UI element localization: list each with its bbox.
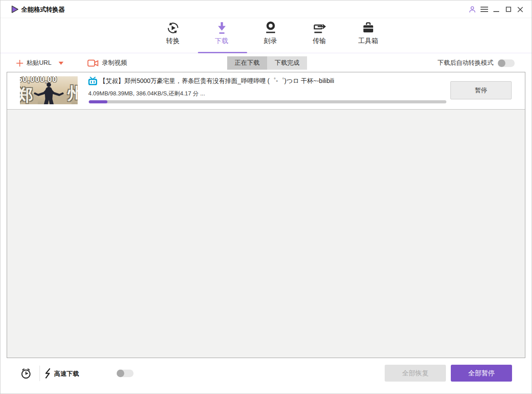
download-progress-bar — [89, 100, 446, 103]
pause-all-button[interactable]: 全部暂停 — [451, 365, 512, 382]
download-title: 【艾叔】郑州5000万豪宅里，养条巨贵有没有排面_哔哩哔哩 (゜-゜)つロ 干杯… — [99, 77, 445, 85]
video-thumbnail: 50,000,00 郑 州 — [20, 76, 78, 104]
download-filter-tabs: 正在下载 下载完成 — [227, 56, 307, 70]
maximize-button[interactable] — [504, 6, 512, 13]
toggle-knob — [498, 59, 505, 67]
tab-transfer-label: 传输 — [313, 37, 326, 45]
footer-divider — [39, 366, 40, 381]
tab-download-label: 下载 — [215, 37, 229, 45]
download-list: 50,000,00 郑 州 【艾叔】郑州5000万豪宅里，养条巨贵有没有排面_哔… — [7, 72, 525, 358]
menu-icon[interactable] — [481, 6, 488, 13]
nav-tab-list: 转换 下载 刻录 — [158, 20, 383, 45]
tab-toolbox[interactable]: 工具箱 — [354, 20, 383, 45]
record-video-label: 录制视频 — [102, 59, 127, 67]
plus-icon — [16, 60, 23, 67]
thumbnail-char-left: 郑 — [20, 84, 33, 104]
high-speed-download-label: 高速下载 — [54, 370, 79, 378]
record-video-button[interactable]: 录制视频 — [87, 54, 127, 72]
footer-bar: 高速下载 全部恢复 全部暂停 — [0, 358, 532, 394]
convert-icon — [166, 21, 180, 35]
paste-url-label: 粘贴URL — [27, 59, 51, 67]
app-window: 全能格式转换器 — [0, 0, 532, 394]
account-icon[interactable] — [469, 6, 476, 13]
download-item-row[interactable]: 50,000,00 郑 州 【艾叔】郑州5000万豪宅里，养条巨贵有没有排面_哔… — [7, 72, 525, 110]
tab-convert[interactable]: 转换 — [158, 20, 188, 45]
auto-convert-label: 下载后自动转换模式 — [437, 59, 493, 67]
tab-burn-label: 刻录 — [264, 37, 277, 45]
window-controls — [469, 0, 524, 18]
thumbnail-char-right: 州 — [67, 83, 78, 104]
auto-convert-control: 下载后自动转换模式 — [437, 54, 515, 72]
high-speed-toggle[interactable] — [117, 370, 134, 377]
nav-divider — [0, 53, 532, 53]
tab-downloading[interactable]: 正在下载 — [227, 56, 267, 70]
minimize-button[interactable] — [493, 6, 500, 13]
thumbnail-figure — [32, 82, 65, 104]
tab-download[interactable]: 下载 — [207, 20, 236, 45]
app-title: 全能格式转换器 — [21, 6, 65, 14]
schedule-clock-icon[interactable] — [20, 367, 32, 379]
tab-transfer[interactable]: 传输 — [305, 20, 334, 45]
tab-download-complete[interactable]: 下载完成 — [267, 56, 307, 70]
download-status-text: 4.09MB/98.39MB, 386.04KB/S,还剩4.17 分 ... — [88, 90, 205, 98]
tab-toolbox-label: 工具箱 — [358, 37, 378, 45]
thumbnail-caption: 50,000,00 — [20, 76, 57, 84]
close-button[interactable] — [516, 6, 524, 13]
pause-button[interactable]: 暂停 — [450, 81, 512, 99]
resume-all-button[interactable]: 全部恢复 — [385, 365, 446, 382]
chevron-down-icon — [59, 62, 63, 65]
download-toolbar: 粘贴URL 录制视频 正在下载 下载完成 下载后自动转换模式 — [0, 54, 532, 72]
toggle-knob — [117, 370, 124, 377]
tab-convert-label: 转换 — [166, 37, 180, 45]
lightning-icon — [44, 368, 51, 379]
transfer-icon — [313, 21, 326, 35]
auto-convert-toggle[interactable] — [498, 59, 515, 67]
paste-url-button[interactable]: 粘贴URL — [16, 54, 63, 72]
download-progress-fill — [89, 100, 107, 103]
main-nav: 转换 下载 刻录 — [0, 18, 532, 54]
active-tab-indicator — [198, 52, 247, 53]
toolbox-icon — [362, 21, 375, 35]
camera-icon — [87, 59, 99, 67]
title-bar: 全能格式转换器 — [0, 0, 532, 18]
download-icon — [216, 21, 228, 35]
burn-icon — [264, 21, 277, 35]
app-logo-icon — [11, 5, 19, 13]
bilibili-icon — [88, 77, 98, 86]
tab-burn[interactable]: 刻录 — [256, 20, 285, 45]
